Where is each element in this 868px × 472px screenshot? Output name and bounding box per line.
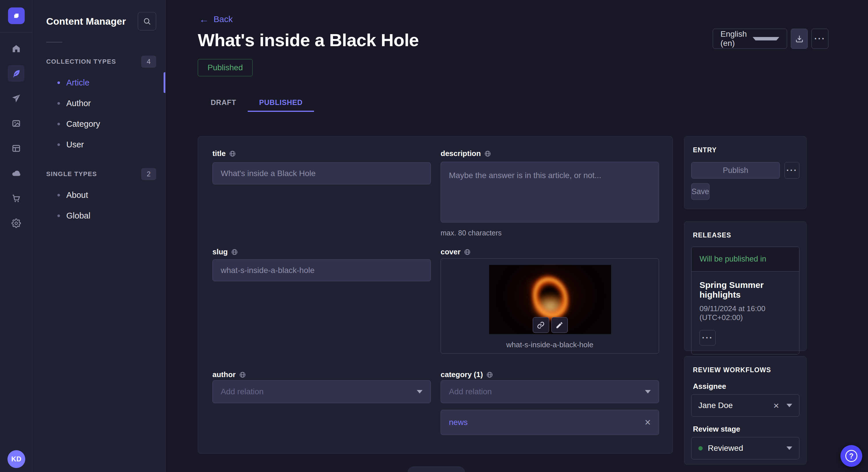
cover-image-actions	[533, 317, 568, 333]
globe-icon	[229, 150, 236, 157]
cover-image-black-hole[interactable]	[489, 265, 611, 334]
marketplace-cart-icon[interactable]	[8, 190, 24, 206]
media-library-icon[interactable]	[8, 115, 24, 132]
single-types-count-badge: 2	[141, 168, 156, 180]
bullet-icon	[57, 143, 60, 146]
field-label-text: cover	[441, 247, 460, 256]
link-icon	[537, 321, 545, 329]
active-indicator	[164, 72, 165, 93]
avatar[interactable]: KD	[7, 450, 25, 468]
field-label-text: description	[441, 149, 481, 158]
edit-image-button[interactable]	[551, 317, 568, 333]
chevron-down-icon	[786, 446, 792, 450]
back-label: Back	[214, 14, 233, 24]
strapi-logo[interactable]	[8, 7, 25, 24]
sidebar-item-label: Article	[66, 78, 90, 88]
edit-form-card: title description Maybe the answer is in…	[198, 136, 673, 453]
sidebar-item-label: User	[66, 140, 84, 149]
stage-value: Reviewed	[708, 444, 743, 453]
field-label-text: author	[212, 370, 236, 379]
assignee-combobox[interactable]: Jane Doe ×	[691, 394, 799, 417]
tab-draft[interactable]: DRAFT	[199, 94, 248, 112]
search-button[interactable]	[138, 12, 156, 30]
release-card-header: Will be published in	[691, 247, 799, 272]
back-link[interactable]: ← Back	[199, 14, 233, 24]
rail-divider	[0, 32, 32, 32]
entry-more-button[interactable]: ···	[784, 162, 799, 179]
title-input[interactable]	[212, 162, 431, 184]
sidebar-item-global[interactable]: Global	[33, 205, 165, 226]
release-date: 09/11/2024 at 16:00 (UTC+02:00)	[700, 304, 791, 322]
bullet-icon	[57, 81, 60, 84]
settings-gear-icon[interactable]	[8, 215, 24, 231]
export-button[interactable]	[791, 29, 808, 49]
sidebar-item-label: Author	[66, 99, 91, 108]
chevron-down-icon	[645, 390, 651, 394]
collection-types-count-badge: 4	[141, 56, 156, 68]
copy-link-button[interactable]	[533, 317, 549, 333]
description-textarea[interactable]: Maybe the answer is in this article, or …	[441, 162, 659, 223]
locale-value: English (en)	[720, 30, 747, 48]
search-icon	[143, 17, 151, 25]
stage-status-dot	[699, 446, 703, 450]
field-label-text: category (1)	[441, 370, 483, 379]
field-label-text: slug	[212, 247, 228, 256]
cover-field-label: cover	[441, 247, 471, 256]
bullet-icon	[57, 194, 60, 196]
description-hint: max. 80 characters	[441, 229, 502, 237]
assignee-value: Jane Doe	[699, 401, 773, 410]
release-card: Will be published in Spring Summer highl…	[691, 247, 799, 355]
sidebar-item-category[interactable]: Category	[33, 113, 165, 134]
globe-icon	[239, 371, 246, 378]
question-mark-icon: ?	[845, 450, 857, 462]
release-more-button[interactable]: ···	[700, 330, 716, 345]
globe-icon	[486, 371, 493, 378]
description-field-label: description	[441, 149, 491, 158]
back-arrow-icon: ←	[199, 14, 209, 24]
category-relation-combobox[interactable]: Add relation	[441, 380, 659, 403]
subnav: Content Manager COLLECTION TYPES 4 Artic…	[33, 0, 166, 472]
sidebar-item-user[interactable]: User	[33, 134, 165, 155]
entry-panel-title: ENTRY	[693, 146, 806, 154]
help-button[interactable]: ?	[840, 445, 862, 467]
locale-select[interactable]: English (en)	[713, 29, 787, 49]
releases-panel: RELEASES Will be published in Spring Sum…	[684, 222, 807, 351]
review-panel-title: REVIEW WORKFLOWS	[693, 366, 806, 374]
save-button[interactable]: Save	[691, 183, 710, 200]
review-stage-select[interactable]: Reviewed	[691, 437, 799, 460]
releases-send-icon[interactable]	[8, 90, 24, 107]
category-placeholder: Add relation	[449, 387, 492, 396]
tab-published[interactable]: PUBLISHED	[248, 94, 314, 112]
sidebar-item-label: About	[66, 191, 88, 200]
sidebar-item-article[interactable]: Article	[33, 72, 165, 93]
content-type-builder-icon[interactable]	[8, 140, 24, 157]
field-label-text: title	[212, 149, 226, 158]
sidebar-item-label: Category	[66, 119, 100, 129]
globe-icon	[464, 248, 471, 256]
sidebar-item-about[interactable]: About	[33, 185, 165, 205]
nav-rail: KD	[0, 0, 32, 472]
clear-assignee-icon[interactable]: ×	[773, 401, 779, 410]
bullet-icon	[57, 214, 60, 217]
more-actions-button[interactable]: ···	[811, 29, 828, 49]
page-title: What's inside a Black Hole	[198, 30, 419, 50]
relation-link-news[interactable]: news	[449, 418, 468, 427]
single-types-list: About Global	[33, 185, 165, 226]
remove-relation-icon[interactable]: ×	[645, 417, 651, 428]
assignee-label: Assignee	[693, 382, 806, 391]
release-name: Spring Summer highlights	[700, 280, 791, 300]
sidebar-item-author[interactable]: Author	[33, 93, 165, 113]
title-field-label: title	[212, 149, 236, 158]
slug-input[interactable]	[212, 259, 431, 281]
content-manager-feather-icon[interactable]	[8, 65, 24, 82]
author-relation-combobox[interactable]: Add relation	[212, 380, 431, 403]
review-stage-label: Review stage	[693, 425, 806, 434]
home-icon[interactable]	[8, 40, 24, 57]
author-field-label: author	[212, 370, 246, 379]
publish-button[interactable]: Publish	[691, 162, 780, 179]
collection-types-list: Article Author Category User	[33, 72, 165, 155]
entry-panel: ENTRY Publish ··· Save	[684, 136, 807, 209]
deploy-cloud-icon[interactable]	[8, 165, 24, 181]
bottom-overflow-element	[408, 466, 465, 472]
tabs: DRAFT PUBLISHED	[199, 94, 314, 112]
